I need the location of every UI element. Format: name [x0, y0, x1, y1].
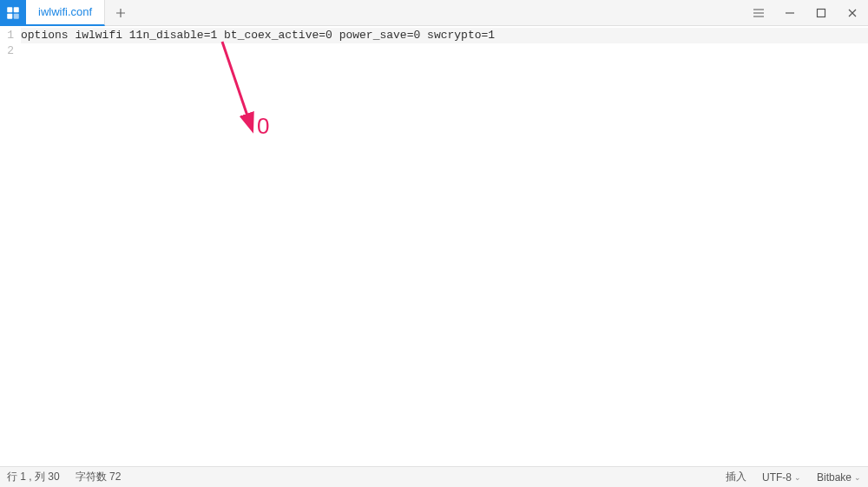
status-language[interactable]: Bitbake ⌄: [817, 471, 861, 484]
chevron-down-icon: ⌄: [794, 473, 801, 482]
tab-file[interactable]: iwlwifi.conf: [26, 0, 105, 26]
annotation-label: 0: [257, 113, 269, 140]
app-icon[interactable]: [0, 0, 26, 26]
line-number: 2: [0, 43, 17, 59]
line-number: 1: [0, 28, 17, 43]
code-content[interactable]: options iwlwifi 11n_disable=1 bt_coex_ac…: [17, 26, 868, 466]
svg-rect-4: [818, 9, 825, 16]
svg-rect-1: [14, 7, 19, 12]
svg-rect-3: [14, 13, 19, 18]
close-button[interactable]: [837, 0, 868, 26]
new-tab-button[interactable]: [105, 0, 136, 26]
maximize-button[interactable]: [806, 0, 837, 26]
status-cursor[interactable]: 行 1 , 列 30: [7, 470, 60, 484]
svg-rect-0: [7, 7, 12, 12]
minimize-button[interactable]: [774, 0, 806, 26]
status-insert-mode[interactable]: 插入: [726, 470, 746, 484]
statusbar: 行 1 , 列 30 字符数 72 插入 UTF-8 ⌄ Bitbake ⌄: [0, 466, 868, 487]
chevron-down-icon: ⌄: [854, 473, 861, 482]
svg-rect-2: [7, 13, 12, 18]
gutter: 1 2: [0, 26, 17, 466]
window-controls: [743, 0, 868, 26]
status-chars[interactable]: 字符数 72: [76, 470, 122, 484]
code-line: options iwlwifi 11n_disable=1 bt_coex_ac…: [21, 28, 868, 43]
code-line: [21, 43, 868, 59]
editor-area[interactable]: 1 2 options iwlwifi 11n_disable=1 bt_coe…: [0, 26, 868, 466]
menu-icon[interactable]: [743, 0, 774, 26]
status-encoding[interactable]: UTF-8 ⌄: [762, 471, 801, 484]
titlebar: iwlwifi.conf: [0, 0, 868, 26]
tab-title: iwlwifi.conf: [38, 5, 92, 18]
